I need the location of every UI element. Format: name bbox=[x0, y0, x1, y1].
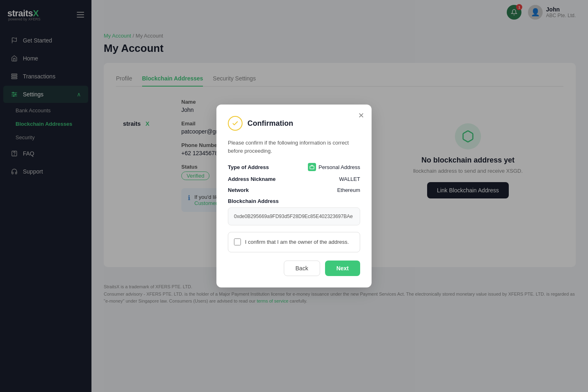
modal-title: Confirmation bbox=[247, 119, 293, 128]
modal-row-type: Type of Address Personal Address bbox=[228, 163, 360, 171]
modal-close-button[interactable]: ✕ bbox=[358, 111, 364, 120]
confirm-checkbox-row: I confirm that I am the owner of the add… bbox=[228, 232, 360, 252]
svg-rect-17 bbox=[310, 166, 314, 169]
confirm-checkbox[interactable] bbox=[234, 238, 241, 245]
modal-blockchain-section: Blockchain Address 0xde0B295669a9FD93d5F… bbox=[228, 198, 360, 225]
modal-overlay[interactable]: Confirmation ✕ Please confirm if the fol… bbox=[0, 0, 588, 392]
modal-footer: Back Next bbox=[228, 261, 360, 276]
modal-type-value: Personal Address bbox=[308, 163, 360, 171]
modal-title-icon bbox=[228, 116, 243, 131]
blockchain-address-box: 0xde0B295669a9FD93d5F28D9Ec85E402323697B… bbox=[228, 207, 360, 225]
confirm-label: I confirm that I am the owner of the add… bbox=[245, 238, 349, 246]
personal-address-icon bbox=[308, 163, 316, 171]
confirmation-modal: Confirmation ✕ Please confirm if the fol… bbox=[216, 105, 372, 287]
back-button[interactable]: Back bbox=[284, 261, 320, 276]
modal-row-nickname: Address Nickname WALLET bbox=[228, 176, 360, 182]
next-button[interactable]: Next bbox=[325, 261, 360, 276]
modal-header: Confirmation bbox=[228, 116, 360, 131]
modal-row-network: Network Ethereum bbox=[228, 187, 360, 193]
modal-subtitle: Please confirm if the following informat… bbox=[228, 139, 360, 155]
